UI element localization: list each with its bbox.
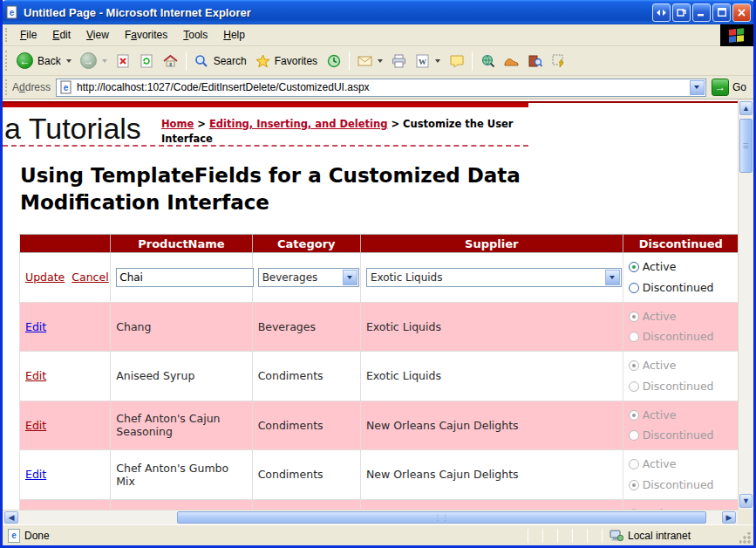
scroll-up-button[interactable]: ▲ xyxy=(739,101,753,115)
category-cell: Beverages xyxy=(252,302,360,352)
chevron-down-icon[interactable] xyxy=(343,270,358,285)
update-link[interactable]: Update xyxy=(25,271,65,284)
breadcrumb-home-link[interactable]: Home xyxy=(161,118,194,130)
print-button[interactable] xyxy=(387,51,411,70)
messenger-shoe-button[interactable] xyxy=(500,51,523,70)
supplier-select[interactable]: Exotic Liquids xyxy=(366,268,622,287)
history-button[interactable] xyxy=(322,51,345,70)
product-cell: Aniseed Syrup xyxy=(111,352,252,401)
mail-button[interactable] xyxy=(353,51,387,70)
horizontal-scrollbar[interactable]: ◀ ⋮⋮ ▶ xyxy=(3,510,738,524)
encarta-button[interactable] xyxy=(523,51,547,70)
edit-with-word-button[interactable]: W xyxy=(411,51,445,70)
home-icon xyxy=(163,53,178,68)
discuss-button[interactable] xyxy=(445,51,468,70)
scroll-left-button[interactable]: ◀ xyxy=(4,511,18,524)
menu-view[interactable]: View xyxy=(78,26,117,44)
category-cell: Condiments xyxy=(252,499,360,510)
menu-tools[interactable]: Tools xyxy=(175,26,215,44)
discontinued-radio xyxy=(629,480,639,490)
category-cell: Condiments xyxy=(252,401,360,450)
menu-grip[interactable] xyxy=(5,28,8,43)
home-button[interactable] xyxy=(159,51,182,70)
resize-grip[interactable] xyxy=(739,532,752,545)
forward-button[interactable]: → xyxy=(76,51,112,71)
edit-link[interactable]: Edit xyxy=(25,468,46,481)
messenger-button[interactable] xyxy=(547,51,570,70)
messenger-icon xyxy=(551,53,566,68)
supplier-cell: Exotic Liquids xyxy=(360,352,623,401)
grid-row-aniseed-syrup: Edit Aniseed Syrup Condiments Exotic Liq… xyxy=(20,352,739,401)
refresh-button[interactable] xyxy=(135,51,159,70)
scrollbar-corner xyxy=(738,510,753,524)
back-dropdown-icon[interactable] xyxy=(66,59,72,63)
mail-dropdown-icon[interactable] xyxy=(378,59,383,63)
go-button[interactable]: → Go xyxy=(706,79,753,96)
category-cell: Condiments xyxy=(252,352,360,401)
address-url: http://localhost:1027/Code/EditInsertDel… xyxy=(77,81,690,93)
grid-row-chang: Edit Chang Beverages Exotic Liquids Acti… xyxy=(20,302,739,352)
edit-link[interactable]: Edit xyxy=(25,320,46,333)
address-grip[interactable] xyxy=(5,79,8,95)
menu-favorites[interactable]: Favorites xyxy=(117,26,175,44)
menu-help[interactable]: Help xyxy=(215,26,253,44)
grid-header-supplier: Supplier xyxy=(360,235,623,253)
chevron-down-icon[interactable] xyxy=(605,270,620,285)
discuss-icon xyxy=(449,53,464,68)
maximize-button[interactable] xyxy=(712,3,731,22)
vertical-scrollbar[interactable]: ▲ ☰ ▼ xyxy=(738,99,753,510)
breadcrumb-section-link[interactable]: Editing, Inserting, and Deleting xyxy=(209,118,387,130)
go-icon: → xyxy=(712,79,729,96)
active-radio xyxy=(629,410,639,421)
discontinued-radio xyxy=(629,332,639,342)
pop-out-button[interactable] xyxy=(672,3,691,22)
address-label: Address xyxy=(12,81,51,93)
breadcrumb-separator: > xyxy=(387,118,403,130)
vertical-scroll-thumb[interactable]: ☰ xyxy=(739,119,753,173)
search-label: Search xyxy=(214,55,247,67)
discontinued-radio[interactable] xyxy=(629,283,639,293)
cancel-link[interactable]: Cancel xyxy=(72,271,108,284)
grid-row-grandmas: Edit Grandma's Condiments Grandma Kelly'… xyxy=(20,499,739,510)
productname-input[interactable] xyxy=(116,268,254,287)
discontinued-radio-label: Discontinued xyxy=(643,281,714,294)
breadcrumb-separator: > xyxy=(194,118,209,130)
edit-link[interactable]: Edit xyxy=(25,419,46,432)
browser-window: e Untitled Page - Microsoft Internet Exp… xyxy=(0,0,756,548)
svg-text:W: W xyxy=(419,57,426,65)
active-radio[interactable] xyxy=(629,262,639,272)
discontinued-radio-group: Active Discontinued xyxy=(629,306,733,348)
grid-header-row: ProductName Category Supplier Discontinu… xyxy=(20,235,739,253)
category-select[interactable]: Beverages xyxy=(258,268,359,287)
back-button[interactable]: ← Back xyxy=(12,51,76,71)
restore-arrows-button[interactable] xyxy=(652,3,671,22)
print-icon xyxy=(392,53,406,68)
search-button[interactable]: Search xyxy=(190,51,251,70)
menu-file[interactable]: File xyxy=(12,26,44,44)
menu-edit[interactable]: Edit xyxy=(44,26,78,44)
favorites-button[interactable]: Favorites xyxy=(251,51,322,70)
back-label: Back xyxy=(37,55,61,67)
toolbar-grip[interactable] xyxy=(5,51,8,71)
scroll-right-button[interactable]: ▶ xyxy=(722,511,736,524)
stop-button[interactable] xyxy=(112,51,135,70)
product-cell: Grandma's xyxy=(111,499,252,510)
title-bar[interactable]: e Untitled Page - Microsoft Internet Exp… xyxy=(0,0,756,24)
masthead-red-band xyxy=(3,103,528,107)
edit-link[interactable]: Edit xyxy=(25,369,46,382)
discontinued-radio xyxy=(629,381,639,392)
discontinued-radio-group: Active Discontinued xyxy=(629,257,733,298)
edit-word-dropdown-icon[interactable] xyxy=(435,59,440,63)
minimize-button[interactable] xyxy=(692,3,711,22)
address-input[interactable]: e http://localhost:1027/Code/EditInsertD… xyxy=(56,79,706,97)
horizontal-scroll-thumb[interactable]: ⋮⋮ xyxy=(177,511,706,524)
active-radio xyxy=(629,312,639,322)
research-button[interactable] xyxy=(476,51,500,70)
close-button[interactable] xyxy=(732,3,751,22)
research-icon xyxy=(480,53,495,68)
address-dropdown-button[interactable] xyxy=(690,80,705,95)
discontinued-radio-group: Active Discontinued xyxy=(629,405,733,447)
standard-toolbar: ← Back → Search Favorites W xyxy=(3,46,753,76)
scroll-down-button[interactable]: ▼ xyxy=(739,494,753,508)
product-cell: Chef Anton's Gumbo Mix xyxy=(111,450,252,500)
